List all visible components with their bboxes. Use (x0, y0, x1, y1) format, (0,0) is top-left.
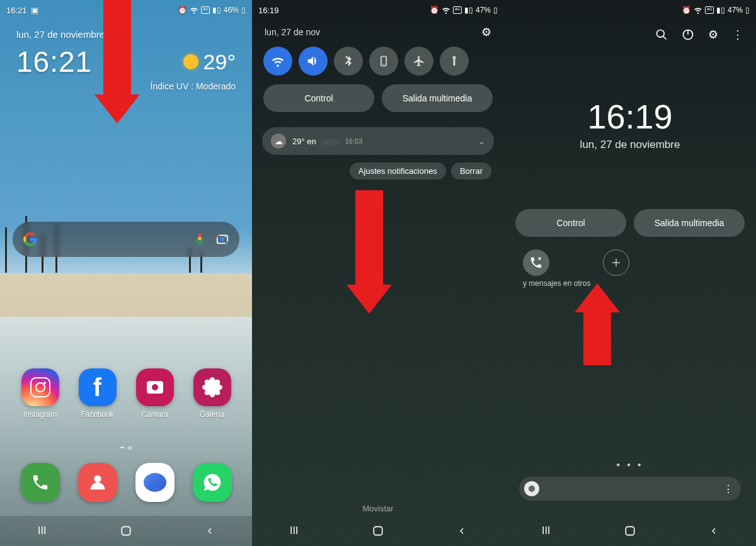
power-icon[interactable] (682, 28, 694, 41)
battery-text: 46% (224, 6, 239, 14)
annotation-arrow-down (355, 190, 392, 314)
page-dots: ● ● ● (504, 461, 756, 468)
settings-gear-icon[interactable]: ⚙ (708, 28, 718, 42)
qs-airplane[interactable] (404, 47, 433, 76)
home-screen-panel: 16:21 ▣ ⏰ ⁴ᴳ ▮▯ 46% ▯ lun, 27 de noviemb… (0, 0, 252, 546)
device-phone-icon[interactable] (523, 249, 549, 276)
wifi-icon (190, 6, 198, 14)
alarm-icon: ⏰ (430, 6, 439, 14)
media-output-pill[interactable]: Salida multimedia (634, 209, 745, 237)
wifi-icon (442, 6, 450, 14)
svg-point-0 (198, 234, 202, 237)
dock-messages[interactable] (135, 463, 175, 502)
notif-location-blurred: —— (323, 137, 339, 146)
nav-home[interactable] (622, 523, 638, 538)
sun-icon (183, 54, 198, 69)
status-time: 16:19 (258, 6, 279, 15)
device-control-pill[interactable]: Control (515, 209, 626, 237)
notif-temp: 29° en (292, 137, 316, 146)
signal-icon: ▮▯ (212, 6, 221, 14)
qs-rotation[interactable] (369, 47, 398, 76)
nav-recents[interactable]: III (539, 523, 554, 538)
page-indicator: ━ ⧈ (0, 444, 252, 452)
app-camera[interactable]: Cámara (132, 368, 178, 419)
battery-text: 47% (476, 6, 491, 14)
wallpaper-sea (0, 317, 252, 546)
alarm-icon: ⏰ (178, 6, 187, 14)
volte-icon: ⁴ᴳ (705, 6, 714, 14)
quick-settings-expanded-panel: ⏰ ⁴ᴳ ▮▯ 47% ▯ ⚙ ⋮ 16:19 lun, 27 de novie… (504, 0, 756, 546)
battery-text: 47% (728, 6, 743, 14)
status-time: 16:21 (6, 6, 27, 15)
volte-icon: ⁴ᴳ (201, 6, 210, 14)
brightness-sun-icon (529, 486, 535, 492)
notif-time: 16:03 (345, 137, 363, 145)
dock-phone[interactable] (21, 463, 60, 502)
nav-bar: III (504, 516, 756, 546)
weather-widget[interactable]: 29° (183, 50, 236, 74)
settings-gear-icon[interactable]: ⚙ (481, 25, 491, 39)
brightness-knob[interactable] (524, 481, 539, 496)
svg-point-7 (383, 64, 384, 65)
dock-contacts[interactable] (78, 463, 117, 502)
lens-icon[interactable] (215, 232, 229, 246)
annotation-arrow-down (103, 0, 140, 123)
app-instagram[interactable]: Instagram (18, 368, 63, 419)
svg-rect-5 (122, 526, 130, 535)
image-icon: ▣ (31, 6, 38, 15)
brightness-slider[interactable]: ⋮ (519, 477, 741, 501)
dock-whatsapp[interactable] (193, 463, 232, 502)
nav-back[interactable] (454, 523, 469, 538)
expanded-date: lun, 27 de noviembre (504, 139, 756, 151)
svg-point-3 (224, 236, 226, 237)
weather-notification[interactable]: ☁ 29° en —— 16:03 ⌄ (262, 127, 494, 155)
svg-point-9 (657, 30, 665, 38)
shade-date[interactable]: lun, 27 de nov (265, 27, 320, 37)
signal-icon: ▮▯ (464, 6, 473, 14)
qs-bluetooth[interactable] (334, 47, 363, 76)
svg-point-4 (94, 475, 101, 482)
instagram-icon (30, 377, 50, 397)
chevron-down-icon[interactable]: ⌄ (478, 137, 485, 146)
search-icon[interactable] (655, 28, 668, 41)
app-facebook[interactable]: f Facebook (75, 368, 120, 419)
svg-rect-11 (626, 526, 634, 535)
battery-icon: ▯ (241, 6, 246, 14)
more-icon[interactable]: ⋮ (732, 28, 743, 42)
notif-settings-chip[interactable]: Ajustes notificaciones (350, 162, 446, 179)
app-gallery[interactable]: Galería (190, 368, 235, 419)
notification-shade-panel: 16:19 ⏰ ⁴ᴳ ▮▯ 47% ▯ lun, 27 de nov ⚙ Con… (252, 0, 504, 546)
nav-back[interactable] (706, 523, 721, 538)
signal-icon: ▮▯ (716, 6, 725, 14)
facebook-icon: f (79, 368, 117, 406)
alarm-icon: ⏰ (682, 6, 691, 14)
clear-chip[interactable]: Borrar (451, 162, 491, 179)
nav-home[interactable] (118, 523, 134, 538)
device-control-pill[interactable]: Control (263, 84, 374, 112)
add-device-button[interactable] (603, 249, 629, 276)
google-logo-icon (23, 232, 38, 247)
cloud-icon: ☁ (271, 134, 286, 149)
nav-home[interactable] (370, 523, 386, 538)
volte-icon: ⁴ᴳ (453, 6, 462, 14)
messages-icon (144, 473, 166, 492)
nav-bar: III (0, 516, 252, 546)
gallery-icon (202, 377, 222, 397)
brightness-more-icon[interactable]: ⋮ (721, 483, 736, 495)
nav-recents[interactable]: III (287, 523, 302, 538)
expanded-clock: 16:19 (504, 97, 756, 136)
svg-rect-8 (374, 526, 382, 535)
qs-flashlight[interactable] (440, 47, 469, 76)
nav-recents[interactable]: III (35, 523, 50, 538)
qs-wifi[interactable] (263, 47, 292, 76)
nav-back[interactable] (202, 523, 217, 538)
annotation-arrow-up (583, 283, 620, 365)
weather-temp: 29° (203, 50, 236, 74)
home-clock[interactable]: 16:21 (16, 45, 92, 79)
google-search-bar[interactable] (13, 222, 239, 257)
mic-icon[interactable] (193, 232, 207, 246)
media-output-pill[interactable]: Salida multimedia (382, 84, 493, 112)
qs-sound[interactable] (299, 47, 328, 76)
battery-icon: ▯ (493, 6, 498, 14)
wifi-icon (694, 6, 702, 14)
